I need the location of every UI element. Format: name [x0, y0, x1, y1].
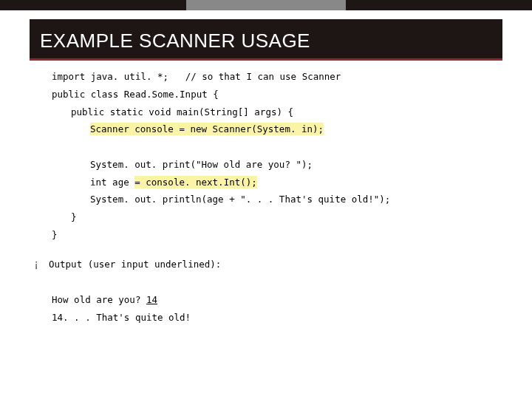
code-line-main: public static void main(String[] args) {: [52, 103, 488, 121]
output-section: ¡ Output (user input underlined): How ol…: [52, 254, 488, 327]
code-import-comment: // so that I can use Scanner: [185, 71, 341, 82]
code-line-brace-1: }: [52, 208, 488, 226]
output-blank: [52, 273, 488, 291]
code-line-brace-2: }: [52, 226, 488, 244]
bullet-icon: ¡: [31, 254, 41, 274]
title-post: USAGE: [236, 30, 310, 52]
output-user-input: 14: [146, 294, 157, 305]
code-intage-hl: = console. next.Int();: [134, 176, 257, 188]
output-line-1: How old are you? 14: [52, 291, 488, 309]
code-line-intage: int age = console. next.Int();: [52, 174, 488, 191]
code-line-blank-1: [52, 138, 488, 156]
code-line-print: System. out. print("How old are you? ");: [52, 156, 488, 174]
title-scanner: SCANNER: [139, 30, 236, 52]
top-accent-seg-1: [0, 0, 186, 10]
code-intage-a: int age: [90, 177, 134, 188]
output-prompt: How old are you?: [52, 294, 146, 305]
output-heading-row: ¡ Output (user input underlined):: [31, 254, 488, 274]
title-pre: EXAMPLE: [40, 30, 139, 52]
title-underline: [30, 58, 502, 61]
code-line-class: public class Read.Some.Input {: [52, 86, 488, 103]
top-accent-seg-2: [186, 0, 346, 10]
code-line-scanner: Scanner console = new Scanner(System. in…: [52, 120, 488, 138]
code-line-println: System. out. println(age + ". . . That's…: [52, 191, 488, 208]
code-import-stmt: import java. util. *;: [52, 71, 185, 82]
top-accent-bar: [0, 0, 532, 10]
slide-title: EXAMPLE SCANNER USAGE: [40, 30, 492, 52]
top-accent-seg-3: [346, 0, 532, 10]
code-scanner-hl: Scanner console = new Scanner(System. in…: [90, 123, 324, 135]
output-line-2: 14. . . That's quite old!: [52, 309, 488, 327]
slide: EXAMPLE SCANNER USAGE import java. util.…: [0, 0, 532, 399]
title-block: EXAMPLE SCANNER USAGE: [30, 19, 502, 58]
content-area: import java. util. *; // so that I can u…: [52, 68, 488, 326]
output-heading: Output (user input underlined):: [49, 256, 221, 273]
code-line-import: import java. util. *; // so that I can u…: [52, 68, 488, 86]
